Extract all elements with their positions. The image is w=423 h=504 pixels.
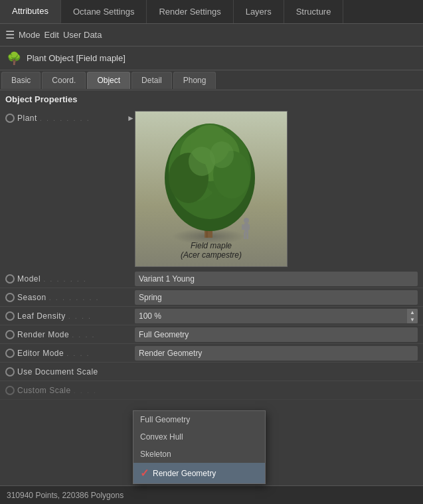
model-label: Model (17, 274, 41, 284)
render-mode-label: Render Mode (17, 330, 69, 339)
leaf-density-label: Leaf Density (17, 311, 66, 321)
subtab-coord[interactable]: Coord. (42, 72, 86, 89)
use-doc-scale-row: Use Document Scale (0, 363, 423, 381)
spinner-buttons: ▲ ▼ (407, 309, 418, 323)
use-doc-label: Use Document Scale (17, 367, 98, 377)
plant-radio[interactable] (5, 114, 15, 123)
section-heading: Object Properties (0, 90, 423, 108)
spinner-down[interactable]: ▼ (407, 316, 418, 323)
properties-area: Plant . . . . . . . . ► (0, 108, 423, 400)
plant-row: Plant . . . . . . . . ► (0, 108, 423, 270)
tab-render-settings[interactable]: Render Settings (147, 0, 233, 23)
plant-image-container: Field maple (Acer campestre) (135, 111, 288, 267)
plant-label-area: Plant . . . . . . . . ► (5, 111, 135, 123)
custom-scale-label: Custom Scale (17, 386, 71, 395)
svg-rect-18 (242, 224, 244, 230)
model-row: Model . . . . . . . (0, 270, 423, 288)
leaf-density-row: Leaf Density . . . . ▲ ▼ (0, 307, 423, 325)
model-label-area: Model . . . . . . . (5, 274, 135, 284)
spinner-up[interactable]: ▲ (407, 309, 418, 316)
tab-attributes[interactable]: Attributes (0, 0, 61, 23)
object-title-row: 🌳 Plant Object [Field maple] (0, 46, 423, 70)
subtab-object[interactable]: Object (87, 72, 130, 89)
plant-caption: Field maple (Acer campestre) (135, 241, 287, 260)
status-text: 310940 Points, 220386 Polygons (7, 491, 124, 500)
leaf-density-radio[interactable] (5, 311, 15, 321)
mode-button[interactable]: Mode (19, 30, 41, 40)
use-doc-radio[interactable] (5, 367, 15, 377)
userdata-button[interactable]: User Data (63, 30, 102, 40)
season-label-area: Season . . . . . . . . (5, 293, 135, 302)
custom-scale-row: Custom Scale . . . . (0, 381, 423, 400)
plant-dots: . . . . . . . . (40, 114, 124, 122)
leaf-density-dots: . . . . (68, 312, 135, 320)
model-dots: . . . . . . . (43, 275, 135, 283)
render-mode-value[interactable] (135, 327, 418, 342)
dropdown-item-convex-hull[interactable]: Convex Hull (133, 428, 265, 446)
season-dots: . . . . . . . . (49, 294, 135, 301)
subtab-basic[interactable]: Basic (1, 72, 41, 89)
leaf-density-value[interactable] (135, 309, 407, 323)
edit-button[interactable]: Edit (44, 30, 59, 40)
dropdown-item-skeleton[interactable]: Skeleton (133, 446, 265, 463)
editor-mode-value[interactable] (135, 346, 418, 361)
dropdown-checkmark-icon: ✓ (140, 467, 149, 479)
svg-point-14 (244, 218, 249, 223)
svg-rect-17 (246, 232, 248, 239)
model-radio[interactable] (5, 274, 15, 284)
dropdown-item-full-geometry[interactable]: Full Geometry (133, 411, 265, 428)
svg-rect-19 (247, 224, 250, 230)
tab-octane-settings[interactable]: Octane Settings (61, 0, 147, 23)
subtab-phong[interactable]: Phong (173, 72, 216, 89)
season-radio[interactable] (5, 293, 15, 302)
custom-scale-label-area: Custom Scale . . . . (5, 386, 135, 395)
plant-chevron[interactable]: ► (127, 114, 135, 123)
top-tab-bar: Attributes Octane Settings Render Settin… (0, 0, 423, 24)
season-row: Season . . . . . . . . (0, 288, 423, 307)
render-mode-label-area: Render Mode . . . . (5, 330, 135, 339)
editor-mode-label-area: Editor Mode . . . . (5, 349, 135, 358)
subtab-detail[interactable]: Detail (131, 72, 172, 89)
render-mode-dots: . . . . (72, 331, 135, 339)
status-bar: 310940 Points, 220386 Polygons (0, 485, 423, 504)
plant-label: Plant (17, 114, 37, 123)
dropdown-item-render-geometry[interactable]: ✓ Render Geometry (133, 463, 265, 483)
tab-structure[interactable]: Structure (284, 0, 344, 23)
leaf-density-spinner[interactable]: ▲ ▼ (135, 309, 418, 323)
use-doc-label-area: Use Document Scale (5, 367, 135, 377)
object-title: Plant Object [Field maple] (27, 53, 126, 63)
render-mode-radio[interactable] (5, 330, 15, 339)
leaf-density-label-area: Leaf Density . . . . (5, 311, 135, 321)
custom-scale-dots: . . . . (74, 386, 135, 394)
sub-tab-bar: Basic Coord. Object Detail Phong (0, 70, 423, 90)
season-value[interactable] (135, 290, 418, 305)
season-label: Season (17, 293, 46, 302)
editor-mode-radio[interactable] (5, 349, 15, 358)
menu-icon[interactable]: ☰ (5, 29, 15, 41)
svg-rect-16 (244, 232, 246, 239)
render-mode-row: Render Mode . . . . (0, 325, 423, 344)
svg-point-13 (210, 141, 234, 168)
model-value[interactable] (135, 272, 418, 286)
plant-icon: 🌳 (7, 51, 21, 66)
editor-mode-label: Editor Mode (17, 349, 64, 358)
editor-mode-dots: . . . . (66, 349, 135, 357)
tab-layers[interactable]: Layers (234, 0, 284, 23)
custom-scale-radio (5, 386, 15, 395)
dropdown-popup: Full Geometry Convex Hull Skeleton ✓ Ren… (133, 410, 266, 484)
editor-mode-row: Editor Mode . . . . (0, 344, 423, 363)
toolbar: ☰ Mode Edit User Data (0, 24, 423, 46)
